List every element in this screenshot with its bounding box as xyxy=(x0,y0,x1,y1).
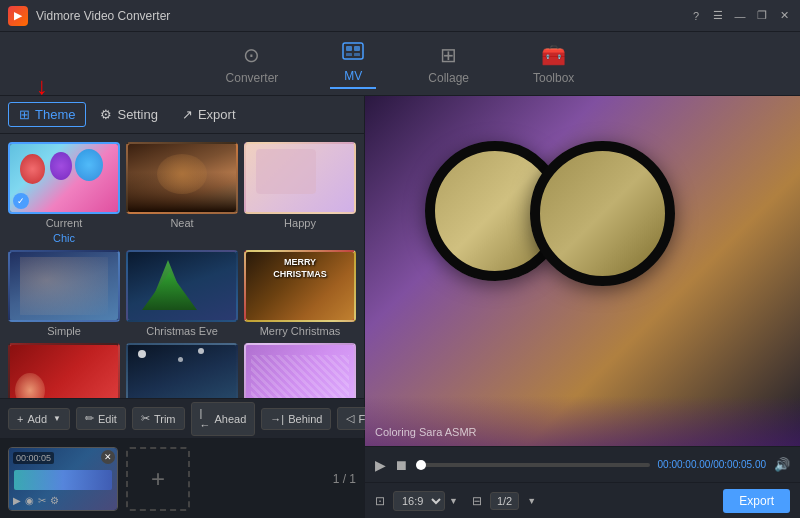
theme-label-current: Current xyxy=(46,217,83,229)
edit-button[interactable]: ✏ Edit xyxy=(76,407,126,430)
trim-button[interactable]: ✂ Trim xyxy=(132,407,185,430)
svg-rect-4 xyxy=(354,53,360,56)
play-button[interactable]: ▶ xyxy=(375,457,386,473)
time-display: 00:00:00.00/00:00:05.00 xyxy=(658,459,766,470)
layout-icon: ⊟ xyxy=(472,494,482,508)
tab-collage-label: Collage xyxy=(428,71,469,85)
tab-mv[interactable]: MV xyxy=(330,38,376,89)
svg-rect-0 xyxy=(343,43,363,59)
mv-icon xyxy=(342,42,364,65)
tab-toolbox[interactable]: 🧰 Toolbox xyxy=(521,39,586,89)
add-icon: + xyxy=(17,413,23,425)
ratio-select[interactable]: 16:9 xyxy=(393,491,445,511)
add-label: Add xyxy=(27,413,47,425)
tab-converter[interactable]: ⊙ Converter xyxy=(214,39,291,89)
gear-icon: ⚙ xyxy=(100,107,112,122)
theme-item-happy[interactable]: Happy xyxy=(244,142,356,244)
theme-label-happy: Happy xyxy=(284,217,316,229)
tab-collage[interactable]: ⊞ Collage xyxy=(416,39,481,89)
window-controls: ? ☰ — ❐ ✕ xyxy=(688,8,792,24)
clip-item[interactable]: 00:00:05 ✕ ▶ ◉ ✂ ⚙ xyxy=(8,447,118,511)
theme-item-santa-claus[interactable]: Santa Claus xyxy=(8,343,120,398)
subtab-setting[interactable]: ⚙ Setting xyxy=(90,103,167,126)
ratio-dropdown-icon: ▼ xyxy=(449,496,458,506)
svg-rect-2 xyxy=(354,46,360,51)
theme-sublabel-chic: Chic xyxy=(53,232,75,244)
ahead-label: Ahead xyxy=(215,413,247,425)
progress-dot xyxy=(416,460,426,470)
theme-item-snowy-night[interactable]: Snowy Night xyxy=(126,343,238,398)
sub-tabs: ⊞ Theme ⚙ Setting ↗ Export xyxy=(0,96,364,134)
clip-record-icon: ◉ xyxy=(25,495,34,506)
trim-label: Trim xyxy=(154,413,176,425)
theme-item-simple[interactable]: Simple xyxy=(8,250,120,337)
pages-select[interactable]: 1/2 xyxy=(490,492,519,510)
theme-thumb-simple xyxy=(8,250,120,322)
video-preview: Coloring Sara ASMR xyxy=(365,96,800,446)
right-panel: Coloring Sara ASMR ▶ ⏹ 00:00:00.00/00:00… xyxy=(365,96,800,518)
theme-thumb-neat xyxy=(126,142,238,214)
ahead-button[interactable]: |← Ahead xyxy=(191,402,256,436)
toolbox-icon: 🧰 xyxy=(541,43,566,67)
app-title: Vidmore Video Converter xyxy=(36,9,688,23)
subtab-theme[interactable]: ⊞ Theme xyxy=(8,102,86,127)
theme-grid-icon: ⊞ xyxy=(19,107,30,122)
add-clip-button[interactable]: + xyxy=(126,447,190,511)
edit-label: Edit xyxy=(98,413,117,425)
theme-item-chic[interactable]: ✓ Current Chic xyxy=(8,142,120,244)
export-icon: ↗ xyxy=(182,107,193,122)
stop-button[interactable]: ⏹ xyxy=(394,457,408,473)
subtab-setting-label: Setting xyxy=(117,107,157,122)
subtab-export[interactable]: ↗ Export xyxy=(172,103,246,126)
page-count: 1 / 1 xyxy=(333,472,356,486)
player-controls: ▶ ⏹ 00:00:00.00/00:00:05.00 🔊 xyxy=(365,446,800,482)
restore-button[interactable]: ❐ xyxy=(754,8,770,24)
add-dropdown-icon[interactable]: ▼ xyxy=(53,414,61,423)
nav-tabs: ⊙ Converter MV ⊞ Collage 🧰 Toolbox xyxy=(0,32,800,96)
theme-thumb-happy xyxy=(244,142,356,214)
menu-button[interactable]: ☰ xyxy=(710,8,726,24)
svg-rect-1 xyxy=(346,46,352,51)
video-background xyxy=(365,96,800,446)
export-button[interactable]: Export xyxy=(723,489,790,513)
clip-close-button[interactable]: ✕ xyxy=(101,450,115,464)
clip-action-icons: ▶ ◉ ✂ ⚙ xyxy=(13,495,59,506)
help-button[interactable]: ? xyxy=(688,8,704,24)
theme-item-stripes-waves[interactable]: Stripes & Waves xyxy=(244,343,356,398)
minimize-button[interactable]: — xyxy=(732,8,748,24)
add-button[interactable]: + Add ▼ xyxy=(8,408,70,430)
behind-button[interactable]: →| Behind xyxy=(261,408,331,430)
player-bottom-bar: ⊡ 16:9 ▼ ⊟ 1/2 ▼ Export xyxy=(365,482,800,518)
ahead-icon: |← xyxy=(200,407,211,431)
tab-mv-label: MV xyxy=(344,69,362,83)
theme-thumb-chic: ✓ xyxy=(8,142,120,214)
collage-icon: ⊞ xyxy=(440,43,457,67)
behind-icon: →| xyxy=(270,413,284,425)
theme-check-chic: ✓ xyxy=(13,193,29,209)
theme-thumb-christmas-eve xyxy=(126,250,238,322)
theme-thumb-santa-claus xyxy=(8,343,120,398)
theme-label-neat: Neat xyxy=(170,217,193,229)
clip-time: 00:00:05 xyxy=(13,452,54,464)
red-arrow-indicator: ↓ xyxy=(36,72,48,100)
theme-thumb-merry-christmas: MERRYCHRISTMAS xyxy=(244,250,356,322)
timeline-toolbar: + Add ▼ ✏ Edit ✂ Trim |← Ahead →| Behind… xyxy=(0,398,364,438)
theme-label-christmas-eve: Christmas Eve xyxy=(146,325,218,337)
subtab-export-label: Export xyxy=(198,107,236,122)
close-button[interactable]: ✕ xyxy=(776,8,792,24)
svg-rect-3 xyxy=(346,53,352,56)
trim-icon: ✂ xyxy=(141,412,150,425)
tab-converter-label: Converter xyxy=(226,71,279,85)
theme-item-neat[interactable]: Neat xyxy=(126,142,238,244)
progress-bar[interactable] xyxy=(416,463,650,467)
theme-item-merry-christmas[interactable]: MERRYCHRISTMAS Merry Christmas xyxy=(244,250,356,337)
forward-icon: ◁ xyxy=(346,412,354,425)
theme-item-christmas-eve[interactable]: Christmas Eve xyxy=(126,250,238,337)
volume-icon[interactable]: 🔊 xyxy=(774,457,790,472)
clip-cut-icon: ✂ xyxy=(38,495,46,506)
titlebar: ▶ Vidmore Video Converter ? ☰ — ❐ ✕ xyxy=(0,0,800,32)
app-logo: ▶ xyxy=(8,6,28,26)
converter-icon: ⊙ xyxy=(243,43,260,67)
main-content: ⊞ Theme ⚙ Setting ↗ Export xyxy=(0,96,800,518)
theme-label-merry-christmas: Merry Christmas xyxy=(260,325,341,337)
